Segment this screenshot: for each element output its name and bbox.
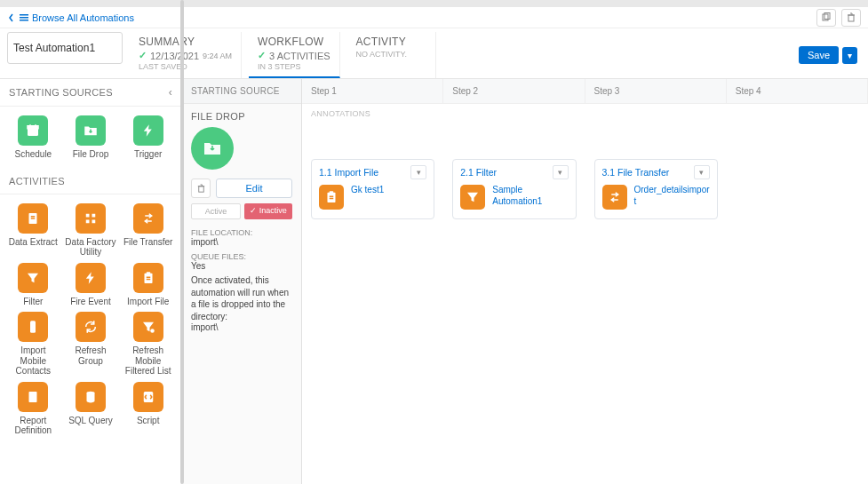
palette-tile-label: Data Factory Utility	[64, 237, 117, 258]
activity-card[interactable]: 2.1 Filter ▾ Sample Automation1	[452, 159, 576, 219]
tab-summary[interactable]: SUMMARY ✓ 12/13/2021 9:24 AM LAST SAVED	[130, 32, 242, 78]
queue-files-label: QUEUE FILES:	[191, 252, 292, 261]
palette-tile-label: SQL Query	[68, 416, 113, 426]
doc-icon	[18, 203, 48, 234]
palette-tile-label: Fire Event	[70, 297, 111, 307]
palette-tile-import-mobile[interactable]: Import Mobile Contacts	[5, 312, 61, 377]
sources-title: STARTING SOURCES	[9, 87, 113, 98]
palette-tile-label: Script	[137, 416, 160, 426]
activity-card-menu[interactable]: ▾	[694, 165, 710, 179]
activity-card-menu[interactable]: ▾	[410, 165, 426, 179]
status-active-chip[interactable]: Active	[191, 203, 241, 219]
step-column-4[interactable]	[727, 123, 868, 228]
activity-card[interactable]: 1.1 Import File ▾ Gk test1	[311, 159, 434, 219]
trash-icon	[846, 12, 856, 23]
activity-name: Gk test1	[351, 185, 384, 196]
transfer-icon	[602, 185, 627, 210]
palette-tile-label: File Transfer	[123, 237, 173, 248]
palette-tile-schedule[interactable]: Schedule	[5, 115, 61, 160]
report-icon	[18, 382, 48, 412]
status-inactive-chip[interactable]: ✓ Inactive	[244, 203, 292, 219]
palette-tile-trigger[interactable]: Trigger	[120, 115, 176, 160]
step-column-2[interactable]: 2.1 Filter ▾ Sample Automation1	[443, 123, 585, 228]
svg-rect-26	[34, 396, 36, 401]
db-icon	[76, 382, 106, 412]
svg-rect-16	[92, 219, 95, 223]
grid4-icon	[76, 203, 106, 234]
tab-activity[interactable]: ACTIVITY NO ACTIVITY.	[347, 32, 436, 78]
activity-card[interactable]: 3.1 File Transfer ▾ Order_detailsimport	[594, 159, 718, 219]
svg-rect-25	[31, 398, 33, 401]
queue-files-value: Yes	[191, 261, 292, 271]
filterlist-icon	[133, 312, 163, 342]
trash-icon	[196, 184, 206, 194]
source-directory: import\	[191, 322, 292, 332]
summary-note: LAST SAVED	[139, 62, 232, 71]
chevron-left-icon	[7, 13, 16, 22]
file-location-label: FILE LOCATION:	[191, 228, 292, 237]
file-location-value: import\	[191, 237, 292, 247]
step-header-1[interactable]: Step 1	[302, 79, 443, 103]
step-column-1[interactable]: 1.1 Import File ▾ Gk test1	[302, 123, 443, 228]
palette-tile-sql-query[interactable]: SQL Query	[63, 382, 119, 436]
svg-rect-6	[28, 126, 38, 136]
palette-tile-label: Schedule	[14, 149, 52, 160]
funnel-icon	[460, 185, 485, 210]
step-header-row: Step 1Step 2Step 3Step 4	[302, 79, 868, 104]
automation-name: Test Automation1	[13, 42, 95, 54]
phone-icon	[18, 312, 48, 342]
save-menu-button[interactable]: ▾	[842, 47, 857, 64]
summary-date: 12/13/2021	[150, 51, 199, 61]
source-edit-button[interactable]: Edit	[216, 179, 292, 198]
palette-tile-import-file[interactable]: Import File	[120, 263, 176, 307]
source-description: Once activated, this automation will run…	[191, 274, 292, 322]
palette-tile-filedrop[interactable]: File Drop	[63, 115, 119, 160]
window-top-strip	[0, 0, 868, 7]
step-header-4[interactable]: Step 4	[727, 79, 868, 103]
tab-workflow[interactable]: WORKFLOW ✓ 3 ACTIVITIES IN 3 STEPS	[249, 32, 339, 78]
activity-card-title: 3.1 File Transfer	[602, 167, 670, 178]
step-header-2[interactable]: Step 2	[443, 79, 585, 103]
palette-tile-refresh-filtered[interactable]: Refresh Mobile Filtered List	[120, 312, 176, 377]
list-icon	[20, 13, 28, 22]
back-label: Browse All Automations	[32, 12, 134, 23]
save-button[interactable]: Save	[799, 46, 839, 64]
sources-grid: Schedule File Drop Trigger	[0, 107, 181, 169]
svg-rect-29	[198, 186, 203, 191]
tab-workflow-title: WORKFLOW	[258, 36, 330, 48]
activity-name: Sample Automation1	[492, 185, 568, 207]
activities-section-header[interactable]: ACTIVITIES	[0, 169, 181, 194]
svg-rect-5	[848, 15, 854, 21]
scroll-handle[interactable]	[180, 0, 184, 484]
palette-tile-report-def[interactable]: Report Definition	[5, 382, 61, 436]
palette-tile-data-factory[interactable]: Data Factory Utility	[63, 203, 119, 258]
svg-rect-15	[86, 219, 90, 223]
tab-activity-title: ACTIVITY	[356, 36, 426, 48]
copy-button[interactable]	[816, 9, 836, 27]
delete-button[interactable]	[841, 9, 861, 27]
summary-time: 9:24 AM	[203, 52, 232, 60]
back-to-list-link[interactable]: Browse All Automations	[7, 12, 134, 23]
palette-tile-label: Data Extract	[9, 237, 58, 248]
workflow-note: IN 3 STEPS	[258, 62, 330, 71]
palette-tile-data-extract[interactable]: Data Extract	[5, 203, 61, 258]
svg-point-22	[33, 330, 35, 332]
step-header-3[interactable]: Step 3	[585, 79, 727, 103]
automation-name-input[interactable]: Test Automation1	[7, 32, 123, 64]
sources-section-header[interactable]: STARTING SOURCES ‹	[0, 79, 181, 107]
bolt-icon	[76, 263, 106, 293]
source-delete-button[interactable]	[191, 179, 211, 198]
palette-tile-script[interactable]: Script	[120, 382, 176, 436]
workflow-canvas[interactable]: Step 1Step 2Step 3Step 4 ANNOTATIONS 1.1…	[302, 79, 868, 484]
activity-card-title: 1.1 Import File	[319, 167, 378, 178]
svg-rect-1	[20, 17, 28, 19]
palette-tile-fire-event[interactable]: Fire Event	[63, 263, 119, 307]
palette-tile-refresh-group[interactable]: Refresh Group	[63, 312, 119, 377]
refresh-icon	[76, 312, 106, 342]
palette-tile-label: Refresh Mobile Filtered List	[122, 345, 175, 377]
step-column-3[interactable]: 3.1 File Transfer ▾ Order_detailsimport	[585, 123, 727, 228]
palette-tile-file-transfer[interactable]: File Transfer	[120, 203, 176, 258]
activity-card-menu[interactable]: ▾	[553, 165, 569, 179]
activity-name: Order_detailsimport	[634, 185, 710, 207]
palette-tile-filter[interactable]: Filter	[5, 263, 61, 307]
